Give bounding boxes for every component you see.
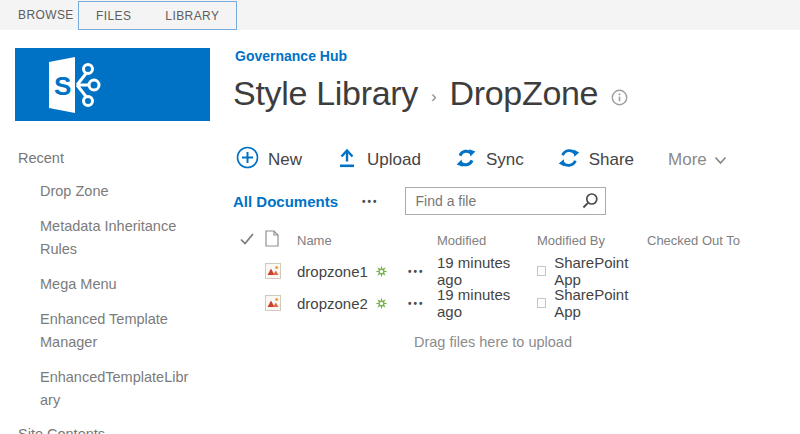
item-menu-ellipsis[interactable]: ••• — [408, 266, 437, 277]
page-title: Style Library › DropZone — [233, 70, 628, 116]
share-circle-icon — [558, 147, 580, 174]
breadcrumb-governance-hub[interactable]: Governance Hub — [235, 48, 347, 64]
info-circle-icon[interactable] — [611, 81, 628, 106]
view-all-documents[interactable]: All Documents — [233, 193, 338, 210]
item-menu-ellipsis[interactable]: ••• — [408, 298, 437, 309]
file-link[interactable]: dropzone1 — [297, 263, 368, 280]
tab-library[interactable]: LIBRARY — [148, 1, 236, 31]
title-dropzone[interactable]: DropZone — [449, 74, 598, 113]
sidebar-item-enhancedtemplatelibrary[interactable]: EnhancedTemplateLibrary — [40, 366, 192, 412]
ribbon-bar: BROWSE FILES LIBRARY — [0, 0, 800, 30]
new-item-starburst-icon — [375, 265, 388, 278]
more-button[interactable]: More — [668, 150, 727, 170]
sync-button[interactable]: Sync — [455, 147, 524, 174]
column-header-modified[interactable]: Modified — [437, 233, 537, 248]
new-item-starburst-icon — [375, 297, 388, 310]
table-row[interactable]: dropzone1 ••• 19 minutes ago SharePoint … — [233, 254, 760, 286]
ribbon-contextual-tab-group: FILES LIBRARY — [78, 1, 237, 30]
library-toolbar: New Upload Sync — [236, 142, 727, 178]
new-button-label: New — [268, 150, 302, 170]
chevron-down-icon — [714, 150, 727, 170]
sidebar-item-site-contents[interactable]: Site Contents — [18, 426, 213, 434]
image-file-icon — [265, 263, 297, 279]
sync-arrows-icon — [455, 147, 477, 174]
quick-launch-nav: Recent Drop Zone Metadata Inheritance Ru… — [18, 150, 213, 434]
sharepoint-logo[interactable]: S — [15, 48, 210, 121]
modified-by-value: SharePoint App — [554, 254, 647, 288]
drag-files-hint: Drag files here to upload — [233, 334, 753, 350]
table-row[interactable]: dropzone2 ••• 19 minutes ago SharePoint … — [233, 286, 760, 318]
sidebar-item-metadata-inheritance-rules[interactable]: Metadata Inheritance Rules — [40, 215, 192, 261]
share-button-label: Share — [589, 150, 634, 170]
sharepoint-logo-icon: S — [31, 53, 111, 117]
tab-files[interactable]: FILES — [79, 1, 148, 31]
sidebar-item-enhanced-template-manager[interactable]: Enhanced Template Manager — [40, 308, 192, 354]
tab-browse[interactable]: BROWSE — [18, 0, 74, 30]
svg-text:S: S — [54, 71, 71, 101]
new-button[interactable]: New — [236, 146, 302, 174]
modified-by-value: SharePoint App — [554, 286, 647, 320]
modified-value: 19 minutes ago — [437, 254, 537, 288]
sidebar-item-drop-zone[interactable]: Drop Zone — [40, 180, 192, 203]
modified-value: 19 minutes ago — [437, 286, 537, 320]
column-header-name[interactable]: Name — [297, 233, 408, 248]
select-all-checkmark-icon[interactable] — [240, 233, 265, 248]
upload-button-label: Upload — [367, 150, 421, 170]
sidebar-header-recent: Recent — [18, 150, 213, 166]
plus-circle-icon — [236, 146, 259, 174]
image-file-icon — [265, 295, 297, 311]
presence-square-icon — [537, 298, 546, 308]
magnifier-icon[interactable] — [581, 192, 599, 214]
document-list-header: Name Modified Modified By Checked Out To — [233, 226, 760, 254]
breadcrumb-separator: › — [431, 80, 436, 107]
column-header-checked-out-to[interactable]: Checked Out To — [647, 233, 760, 248]
more-button-label: More — [668, 150, 707, 170]
title-style-library[interactable]: Style Library — [233, 74, 418, 113]
sync-button-label: Sync — [486, 150, 524, 170]
document-list: Name Modified Modified By Checked Out To… — [233, 226, 760, 350]
sidebar-item-mega-menu[interactable]: Mega Menu — [40, 273, 192, 296]
presence-square-icon — [537, 266, 546, 276]
find-a-file-searchbox — [405, 187, 606, 215]
column-header-modified-by[interactable]: Modified By — [537, 233, 647, 248]
view-options-menu[interactable]: ••• — [362, 196, 379, 207]
search-input[interactable] — [405, 187, 606, 215]
upload-arrow-icon — [336, 147, 358, 174]
file-link[interactable]: dropzone2 — [297, 295, 368, 312]
file-type-column-document-icon[interactable] — [265, 230, 297, 250]
view-selector-bar: All Documents ••• — [233, 186, 606, 216]
share-button[interactable]: Share — [558, 147, 634, 174]
upload-button[interactable]: Upload — [336, 147, 421, 174]
